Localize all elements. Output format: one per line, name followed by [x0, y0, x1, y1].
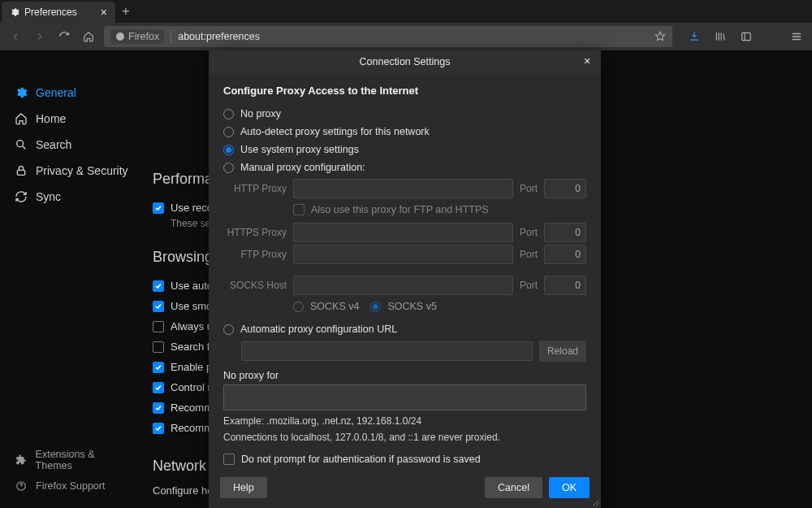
sidebar-item-label: Sync — [36, 190, 61, 203]
sidebar-item-search[interactable]: Search — [0, 132, 146, 158]
url-text: about:preferences — [178, 31, 260, 42]
http-port-input[interactable] — [544, 179, 586, 198]
radio-icon — [223, 109, 234, 119]
downloads-icon[interactable] — [685, 28, 703, 46]
radio-auto-detect[interactable]: Auto-detect proxy settings for this netw… — [223, 123, 586, 141]
close-icon[interactable]: × — [580, 54, 594, 68]
sidebar-item-support[interactable]: Firefox Support — [0, 475, 146, 497]
connection-settings-dialog: Connection Settings × Configure Proxy Ac… — [209, 50, 601, 508]
resize-grip-icon[interactable] — [591, 498, 599, 506]
radio-label: SOCKS v4 — [310, 301, 359, 312]
preferences-sidebar: General Home Search Privacy & Security S… — [0, 50, 146, 508]
sidebar-item-sync[interactable]: Sync — [0, 184, 146, 210]
radio-icon — [223, 163, 234, 173]
toolbar: Firefox about:preferences — [0, 23, 812, 50]
help-button[interactable]: Help — [220, 477, 267, 498]
ok-button[interactable]: OK — [549, 477, 590, 498]
svg-rect-3 — [17, 170, 24, 175]
socks-host-input[interactable] — [293, 276, 513, 295]
checkbox-icon — [153, 321, 164, 332]
radio-icon — [293, 302, 304, 312]
sync-icon — [15, 190, 28, 203]
check-label: Do not prompt for authentication if pass… — [241, 454, 481, 465]
sidebar-footer: Extensions & Themes Firefox Support — [0, 445, 146, 497]
search-icon — [15, 138, 28, 151]
dialog-footer: Help Cancel OK — [209, 471, 601, 508]
svg-rect-1 — [742, 33, 751, 40]
dialog-body: Configure Proxy Access to the Internet N… — [209, 73, 601, 471]
url-bar[interactable]: Firefox about:preferences — [104, 26, 672, 47]
also-use-check[interactable]: Also use this proxy for FTP and HTTPS — [223, 201, 586, 220]
home-icon — [15, 112, 28, 125]
identity-badge[interactable]: Firefox — [110, 29, 164, 44]
radio-icon — [370, 302, 381, 312]
app-menu-icon[interactable] — [788, 28, 806, 46]
checkbox-icon — [293, 204, 304, 215]
checkbox-icon — [153, 202, 164, 214]
socks-version-group: SOCKS v4 SOCKS v5 — [223, 297, 586, 320]
dialog-header: Connection Settings × — [209, 50, 601, 73]
https-proxy-label: HTTPS Proxy — [223, 227, 287, 238]
radio-no-proxy[interactable]: No proxy — [223, 105, 586, 123]
ftp-proxy-input[interactable] — [293, 245, 513, 264]
question-icon — [15, 480, 28, 493]
cancel-button[interactable]: Cancel — [485, 477, 542, 498]
sidebar-item-label: General — [36, 86, 76, 99]
preferences-page: General Home Search Privacy & Security S… — [0, 50, 812, 508]
close-icon[interactable]: × — [101, 7, 107, 18]
sidebar-item-label: Privacy & Security — [36, 164, 128, 177]
radio-auto-url[interactable]: Automatic proxy configuration URL — [223, 320, 586, 338]
auto-url-input[interactable] — [241, 341, 533, 361]
radio-label: Auto-detect proxy settings for this netw… — [240, 126, 430, 137]
radio-manual[interactable]: Manual proxy configuration: — [223, 158, 586, 176]
sidebar-item-home[interactable]: Home — [0, 106, 146, 132]
dialog-section-title: Configure Proxy Access to the Internet — [223, 85, 586, 97]
bookmark-star-icon[interactable] — [654, 31, 666, 42]
library-icon[interactable] — [711, 28, 729, 46]
row-ftp-proxy: FTP Proxy Port — [223, 245, 586, 264]
port-label: Port — [520, 249, 538, 260]
socks-port-input[interactable] — [544, 276, 586, 295]
toolbar-right — [679, 28, 806, 46]
http-proxy-input[interactable] — [293, 179, 513, 198]
radio-label: Manual proxy configuration: — [240, 162, 365, 173]
ftp-port-input[interactable] — [544, 245, 586, 264]
localhost-hint: Connections to localhost, 127.0.0.1/8, a… — [223, 432, 586, 443]
sidebar-icon[interactable] — [737, 28, 755, 46]
back-button[interactable] — [6, 28, 24, 46]
reload-button[interactable]: Reload — [539, 341, 586, 362]
row-socks-host: SOCKS Host Port — [223, 276, 586, 295]
checkbox-icon — [153, 382, 164, 393]
dialog-title: Connection Settings — [360, 56, 451, 67]
forward-button[interactable] — [31, 28, 49, 46]
radio-label: Automatic proxy configuration URL — [240, 323, 397, 335]
checkbox-icon — [153, 402, 164, 414]
manual-proxy-group: HTTP Proxy Port Also use this proxy for … — [223, 179, 586, 320]
check-proxy-dns[interactable]: Proxy DNS when using SOCKS v5 — [223, 469, 586, 471]
radio-socks-v5[interactable]: SOCKS v5 — [370, 301, 436, 312]
no-proxy-for-input[interactable] — [223, 384, 586, 410]
check-no-prompt[interactable]: Do not prompt for authentication if pass… — [223, 449, 586, 469]
checkbox-icon — [153, 362, 164, 373]
https-port-input[interactable] — [544, 223, 586, 242]
svg-point-2 — [17, 141, 24, 147]
https-proxy-input[interactable] — [293, 223, 513, 242]
port-label: Port — [520, 227, 538, 238]
svg-point-0 — [116, 33, 124, 41]
sidebar-item-label: Firefox Support — [36, 480, 105, 492]
reload-button[interactable] — [55, 28, 73, 46]
puzzle-icon — [15, 454, 28, 467]
radio-use-system[interactable]: Use system proxy settings — [223, 141, 586, 158]
radio-socks-v4[interactable]: SOCKS v4 — [293, 301, 359, 312]
new-tab-button[interactable]: + — [115, 0, 136, 23]
port-label: Port — [520, 183, 538, 194]
sidebar-item-general[interactable]: General — [0, 80, 146, 106]
tab-preferences[interactable]: Preferences × — [2, 2, 115, 23]
sidebar-item-extensions[interactable]: Extensions & Themes — [0, 445, 146, 475]
identity-label: Firefox — [128, 31, 159, 42]
sidebar-item-privacy[interactable]: Privacy & Security — [0, 158, 146, 184]
home-button[interactable] — [80, 28, 97, 46]
lock-icon — [15, 164, 28, 177]
http-proxy-label: HTTP Proxy — [223, 183, 287, 194]
tab-title: Preferences — [24, 7, 77, 18]
